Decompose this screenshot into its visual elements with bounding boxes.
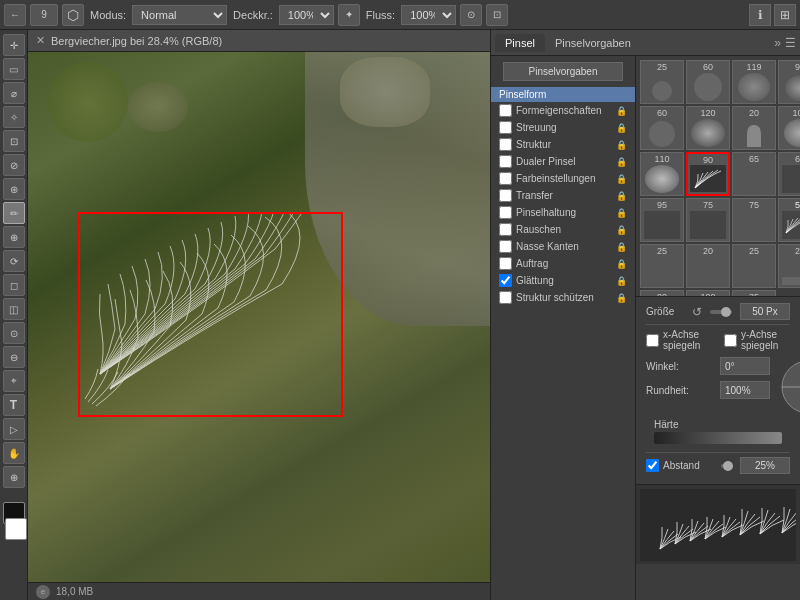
haerte-section: Härte [646,417,790,448]
winkel-input[interactable] [720,357,770,375]
brush-thumb-26[interactable]: 100 [686,290,730,296]
panel-extra-btn[interactable]: ⊞ [774,4,796,26]
deckkr-select[interactable]: 100% [279,5,334,25]
brush-thumb-15[interactable]: 95 [640,198,684,242]
lasso-tool[interactable]: ⌀ [3,82,25,104]
dualer-pinsel-option[interactable]: Dualer Pinsel 🔒 [491,153,635,170]
tab-pinsel[interactable]: Pinsel [495,34,545,52]
rauschen-lock: 🔒 [616,225,627,235]
canvas-close-btn[interactable]: ✕ [36,34,45,47]
spot-heal-tool[interactable]: ⊛ [3,178,25,200]
formeigenschaften-check[interactable] [499,104,512,117]
modus-select[interactable]: Normal Multiplizieren Abwedeln [132,5,227,25]
streuung-check[interactable] [499,121,512,134]
brush-thumb-5[interactable]: 60 [640,106,684,150]
crop-tool[interactable]: ⊡ [3,130,25,152]
streuung-option[interactable]: Streuung 🔒 [491,119,635,136]
brush-thumb-21[interactable]: 20 [686,244,730,288]
pinselhaltung-option[interactable]: Pinselhaltung 🔒 [491,204,635,221]
brush-thumb-8[interactable]: 100 [778,106,800,150]
brush-tool[interactable]: ✏ [3,202,25,224]
auftrag-option[interactable]: Auftrag 🔒 [491,255,635,272]
pinselhaltung-check[interactable] [499,206,512,219]
tablet-btn[interactable]: ⊡ [486,4,508,26]
brush-thumb-22[interactable]: 25 [732,244,776,288]
magic-wand-tool[interactable]: ✧ [3,106,25,128]
glaettung-check[interactable] [499,274,512,287]
x-achse-check[interactable] [646,334,659,347]
blur-tool[interactable]: ⊙ [3,322,25,344]
auftrag-check[interactable] [499,257,512,270]
clone-tool[interactable]: ⊕ [3,226,25,248]
history-tool[interactable]: ⟳ [3,250,25,272]
rauschen-option[interactable]: Rauschen 🔒 [491,221,635,238]
panel-info-btn[interactable]: ℹ [749,4,771,26]
background-color[interactable] [5,518,27,540]
brush-thumb-11-selected[interactable]: 90 [686,152,730,196]
fluss-select[interactable]: 100% [401,5,456,25]
glaettung-option[interactable]: Glättung 🔒 [491,272,635,289]
rauschen-check[interactable] [499,223,512,236]
pressure-btn[interactable]: ⊙ [460,4,482,26]
brush-thumb-13[interactable]: 65 [778,152,800,196]
brush-thumb-23[interactable]: 25 [778,244,800,288]
move-tool[interactable]: ✛ [3,34,25,56]
abstand-check[interactable] [646,459,659,472]
haerte-bar[interactable] [654,432,782,444]
brush-thumb-6[interactable]: 120 [686,106,730,150]
brush-thumb-20[interactable]: 25 [640,244,684,288]
select-rect-tool[interactable]: ▭ [3,58,25,80]
canvas-content[interactable]: e 18,0 MB [28,52,490,600]
brush-thumb-17[interactable]: 75 [732,198,776,242]
brush-thumb-16[interactable]: 75 [686,198,730,242]
brush-thumb-7[interactable]: 20 [732,106,776,150]
text-tool[interactable]: T [3,394,25,416]
history-back-btn[interactable]: ← [4,4,26,26]
formeigenschaften-option[interactable]: Formeigenschaften 🔒 [491,102,635,119]
brush-size-display[interactable]: 9 [30,4,58,26]
struktur-schuetzen-option[interactable]: Struktur schützen 🔒 [491,289,635,306]
dualer-pinsel-check[interactable] [499,155,512,168]
eyedropper-tool[interactable]: ⊘ [3,154,25,176]
brush-thumb-12[interactable]: 65 [732,152,776,196]
abstand-value: 25% [740,457,790,474]
transfer-option[interactable]: Transfer 🔒 [491,187,635,204]
struktur-schuetzen-label: Struktur schützen [516,292,616,303]
brush-thumb-25[interactable]: 80 [640,290,684,296]
farbeinstellungen-option[interactable]: Farbeinstellungen 🔒 [491,170,635,187]
brush-picker-btn[interactable]: ⬡ [62,4,84,26]
shape-tool[interactable]: ▷ [3,418,25,440]
preset-btn[interactable]: Pinselvorgaben [503,62,623,81]
eraser-tool[interactable]: ◻ [3,274,25,296]
brush-thumb-10[interactable]: 110 [640,152,684,196]
airbrush-btn[interactable]: ✦ [338,4,360,26]
transfer-check[interactable] [499,189,512,202]
brush-thumb-18[interactable]: 50 [778,198,800,242]
brush-thumb-2[interactable]: 119 [732,60,776,104]
pinselform-option[interactable]: Pinselform [491,87,635,102]
nasse-kanten-option[interactable]: Nasse Kanten 🔒 [491,238,635,255]
struktur-option[interactable]: Struktur 🔒 [491,136,635,153]
canvas-area[interactable]: ✕ Bergviecher.jpg bei 28.4% (RGB/8) [28,30,490,600]
panel-menu-icon[interactable]: ☰ [785,36,796,50]
brush-thumb-27[interactable]: 35 [732,290,776,296]
hand-tool[interactable]: ✋ [3,442,25,464]
formeigenschaften-label: Formeigenschaften [516,105,616,116]
tab-pinselvorgaben[interactable]: Pinselvorgaben [545,34,641,52]
nasse-kanten-check[interactable] [499,240,512,253]
divider2 [646,452,790,453]
gradient-tool[interactable]: ◫ [3,298,25,320]
struktur-schuetzen-check[interactable] [499,291,512,304]
size-refresh-btn[interactable]: ↺ [692,305,702,319]
rundheit-input[interactable] [720,381,770,399]
farbeinstellungen-check[interactable] [499,172,512,185]
zoom-tool[interactable]: ⊕ [3,466,25,488]
pen-tool[interactable]: ⌖ [3,370,25,392]
brush-thumb-1[interactable]: 60 [686,60,730,104]
dodge-tool[interactable]: ⊖ [3,346,25,368]
brush-thumb-3[interactable]: 90 [778,60,800,104]
struktur-check[interactable] [499,138,512,151]
brush-thumb-0[interactable]: 25 [640,60,684,104]
panel-expand-icon[interactable]: » [774,36,781,50]
y-achse-check[interactable] [724,334,737,347]
